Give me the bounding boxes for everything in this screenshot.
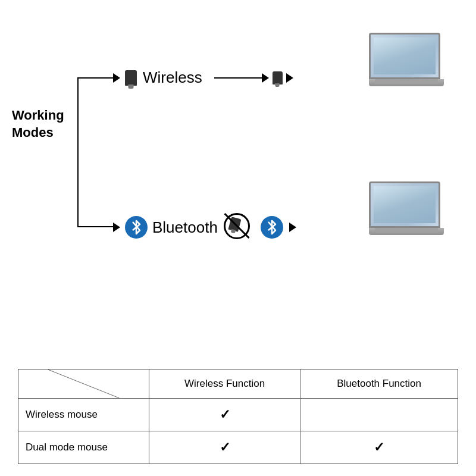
- laptop-screen-top: [369, 33, 440, 79]
- table-body: Wireless mouse ✓ Dual mode mouse ✓ ✓: [18, 399, 458, 464]
- wireless-to-laptop-arrow: [262, 73, 269, 83]
- checkmark-2: ✓: [220, 440, 230, 455]
- wireless-function-header: Wireless Function: [149, 369, 300, 399]
- laptop-image-bottom: [369, 181, 446, 241]
- corner-cell: [18, 369, 149, 399]
- usb-to-laptop-arrow: [286, 73, 293, 83]
- bluetooth-function-header: Bluetooth Function: [300, 369, 458, 399]
- no-usb-indicator: [224, 213, 250, 242]
- table-header-row: Wireless Function Bluetooth Function: [18, 369, 458, 399]
- branch-line-bottom: [77, 226, 113, 227]
- working-modes-label: WorkingModes: [12, 107, 64, 141]
- laptop-bottom: [369, 181, 446, 241]
- laptop-keyboard-bottom: [375, 228, 438, 233]
- wireless-label: Wireless: [143, 68, 202, 87]
- bluetooth-icon-left: [125, 216, 148, 239]
- dual-mode-bt-check: ✓: [300, 431, 458, 464]
- usb-dongle-wireless: [125, 70, 137, 86]
- laptop-image-top: [369, 33, 446, 92]
- table-row: Wireless mouse ✓: [18, 399, 458, 431]
- comparison-table: Wireless Function Bluetooth Function Wir…: [18, 369, 458, 464]
- svg-line-0: [48, 369, 120, 398]
- main-container: WorkingModes Wireless: [0, 0, 476, 476]
- usb-dongle-laptop: [273, 71, 283, 84]
- laptop-keyboard-top: [375, 79, 438, 84]
- branch-line-vertical: [77, 77, 79, 226]
- wireless-connector-line: [214, 77, 262, 79]
- dual-mode-mouse-label: Dual mode mouse: [18, 431, 149, 464]
- wireless-mouse-bt-check: [300, 399, 458, 431]
- table-row: Dual mode mouse ✓ ✓: [18, 431, 458, 464]
- table-section: Wireless Function Bluetooth Function Wir…: [18, 369, 458, 464]
- wireless-arrow: [113, 73, 120, 83]
- branch-line-top: [77, 77, 113, 79]
- bt-to-laptop-arrow: [289, 223, 296, 232]
- diagonal-line-svg: [18, 369, 149, 398]
- wireless-mouse-wireless-check: ✓: [149, 399, 300, 431]
- laptop-base-bottom: [369, 228, 444, 235]
- checkmark-3: ✓: [374, 440, 384, 455]
- bluetooth-label: Bluetooth: [152, 218, 218, 237]
- checkmark-1: ✓: [220, 407, 230, 422]
- dual-mode-wireless-check: ✓: [149, 431, 300, 464]
- laptop-screen-bottom: [369, 181, 440, 228]
- diagram-section: WorkingModes Wireless: [0, 0, 476, 274]
- bluetooth-icon-right: [261, 216, 283, 239]
- laptop-top: [369, 33, 446, 92]
- bluetooth-arrow: [113, 223, 120, 232]
- laptop-base-top: [369, 79, 444, 86]
- wireless-mouse-label: Wireless mouse: [18, 399, 149, 431]
